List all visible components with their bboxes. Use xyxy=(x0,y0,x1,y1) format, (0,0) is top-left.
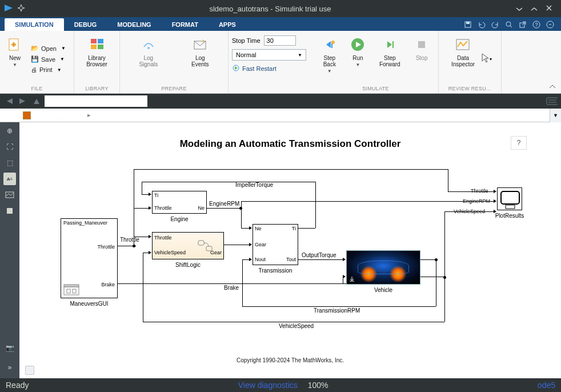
step-forward-button[interactable]: Step Forward xyxy=(376,33,404,85)
rail-camera-icon[interactable]: 📷 xyxy=(3,342,16,354)
block-shiftlogic-label: ShiftLogic xyxy=(175,262,201,268)
model-canvas[interactable]: Modeling an Automatic Transmission Contr… xyxy=(19,122,561,378)
rail-block-icon[interactable] xyxy=(3,205,16,217)
pin-icon[interactable] xyxy=(17,4,25,14)
path-input[interactable] xyxy=(45,95,147,107)
block-transmission[interactable]: Ne Gear Nout Ti Tout xyxy=(253,224,298,265)
step-forward-icon xyxy=(383,35,396,54)
chevron-down-icon: ▼ xyxy=(298,53,302,58)
rail-explorer-icon[interactable]: ⊕ xyxy=(3,125,16,137)
keyboard-icon[interactable] xyxy=(546,95,558,107)
open-folder-icon: 📂 xyxy=(31,45,39,52)
log-signals-button[interactable]: Log Signals xyxy=(135,33,161,85)
stop-button[interactable]: Stop xyxy=(411,33,432,85)
zoom-level[interactable]: 100% xyxy=(308,381,328,390)
tab-format[interactable]: FORMAT xyxy=(162,18,209,31)
svg-rect-45 xyxy=(506,205,515,209)
solver-label[interactable]: ode5 xyxy=(538,381,555,390)
chevron-down-icon: ▼ xyxy=(327,69,332,74)
block-plot-label: PlotResults xyxy=(495,213,524,219)
rail-more-icon[interactable]: » xyxy=(3,361,16,374)
popout-icon[interactable] xyxy=(518,19,528,30)
block-vehicle[interactable] xyxy=(346,250,420,285)
svg-rect-14 xyxy=(98,39,103,43)
model-tile-icon[interactable] xyxy=(25,366,34,375)
tab-simulation[interactable]: SIMULATION xyxy=(5,18,64,31)
cursor-icon xyxy=(480,52,490,66)
chevron-down-icon[interactable]: ▾ xyxy=(490,57,492,62)
minimize-icon[interactable] xyxy=(515,4,523,14)
block-maneuvers[interactable]: Passing_Maneuver Throttle Brake xyxy=(61,218,118,298)
svg-rect-43 xyxy=(206,246,212,251)
close-ribbon-icon[interactable] xyxy=(545,19,555,30)
statusbar: Ready View diagnostics 100% ode5 xyxy=(0,378,561,392)
svg-rect-40 xyxy=(67,289,70,293)
block-plot[interactable] xyxy=(497,187,522,210)
rail-fit-width-icon[interactable]: ⬚ xyxy=(3,157,16,169)
chevron-down-icon: ▼ xyxy=(13,62,17,67)
svg-line-4 xyxy=(510,26,512,27)
svg-rect-15 xyxy=(91,45,97,49)
signal-impeller: ImpellerTorque xyxy=(235,182,273,188)
block-shiftlogic[interactable]: Throttle VehicleSpeed Gear xyxy=(152,232,224,259)
svg-rect-41 xyxy=(73,289,76,293)
svg-marker-26 xyxy=(387,41,392,48)
undo-icon[interactable] xyxy=(476,19,487,30)
svg-rect-33 xyxy=(547,98,558,105)
save-button[interactable]: 💾Save▼ xyxy=(29,54,68,64)
collapse-ribbon-button[interactable] xyxy=(544,31,561,93)
simulation-mode-select[interactable]: Normal ▼ xyxy=(232,49,306,61)
ribbon: New ▼ 📂Open▼ 💾Save▼ 🖨Print▼ FILE Library… xyxy=(0,31,561,94)
stop-time-input[interactable] xyxy=(264,35,296,46)
app-logo-icon xyxy=(3,3,14,15)
canvas-help-button[interactable]: ? xyxy=(511,136,527,150)
tab-apps[interactable]: APPS xyxy=(209,18,246,31)
rail-scope-icon[interactable] xyxy=(3,189,16,201)
rail-zoom-fit-icon[interactable]: ⛶ xyxy=(3,141,16,153)
save-icon[interactable] xyxy=(463,19,473,30)
search-icon[interactable] xyxy=(504,19,514,30)
tab-modeling[interactable]: MODELING xyxy=(107,18,161,31)
titlebar: sldemo_autotrans - Simulink trial use xyxy=(0,0,561,17)
chevron-down-icon: ▼ xyxy=(60,57,65,62)
data-inspector-button[interactable]: Data Inspector xyxy=(448,33,478,85)
rail-annotation-icon[interactable]: A≡ xyxy=(3,173,16,185)
breadcrumb-path[interactable]: sldemo_autotrans xyxy=(34,112,84,119)
library-browser-button[interactable]: Library Browser xyxy=(83,33,111,85)
fast-restart-icon xyxy=(232,64,240,73)
help-icon[interactable]: ? xyxy=(531,19,542,30)
svg-rect-44 xyxy=(501,191,519,204)
chevron-down-icon: ▼ xyxy=(61,46,66,51)
left-rail: ⊕ ⛶ ⬚ A≡ 📷 » xyxy=(0,122,19,378)
chevron-down-icon: ▼ xyxy=(355,62,360,67)
save-disk-icon: 💾 xyxy=(31,55,39,63)
view-diagnostics-link[interactable]: View diagnostics xyxy=(238,381,298,390)
block-engine[interactable]: Ti Throttle Ne xyxy=(152,191,207,214)
new-button[interactable]: New ▼ xyxy=(3,33,26,85)
chevron-down-icon: ▼ xyxy=(57,67,62,73)
log-events-button[interactable]: Log Events xyxy=(188,33,213,85)
run-button[interactable]: Run ▼ xyxy=(347,33,368,85)
main-area: ⊕ ⛶ ⬚ A≡ 📷 » Modeling an Automatic Trans… xyxy=(0,122,561,378)
signal-brake: Brake xyxy=(224,285,239,291)
svg-marker-30 xyxy=(7,98,13,104)
tab-debug[interactable]: DEBUG xyxy=(64,18,107,31)
breadcrumb-bar: sldemo_autotrans ▸ ▼ xyxy=(0,109,561,122)
signal-throttle: Throttle xyxy=(120,237,139,243)
nav-forward-icon[interactable] xyxy=(17,95,29,107)
step-back-button[interactable]: Step Back ▼ xyxy=(319,33,340,85)
print-button[interactable]: 🖨Print▼ xyxy=(29,65,68,74)
svg-rect-28 xyxy=(418,41,425,48)
maximize-icon[interactable] xyxy=(530,4,538,14)
svg-marker-0 xyxy=(5,5,13,11)
open-button[interactable]: 📂Open▼ xyxy=(29,43,68,53)
fast-restart-button[interactable]: Fast Restart xyxy=(232,63,310,73)
step-back-icon xyxy=(323,35,336,54)
svg-marker-32 xyxy=(34,99,39,104)
svg-rect-38 xyxy=(64,287,79,295)
nav-back-icon[interactable] xyxy=(3,95,15,107)
nav-up-icon[interactable] xyxy=(31,95,42,107)
breadcrumb-drop[interactable]: ▼ xyxy=(550,109,561,122)
close-icon[interactable] xyxy=(545,4,553,14)
redo-icon[interactable] xyxy=(490,19,500,30)
